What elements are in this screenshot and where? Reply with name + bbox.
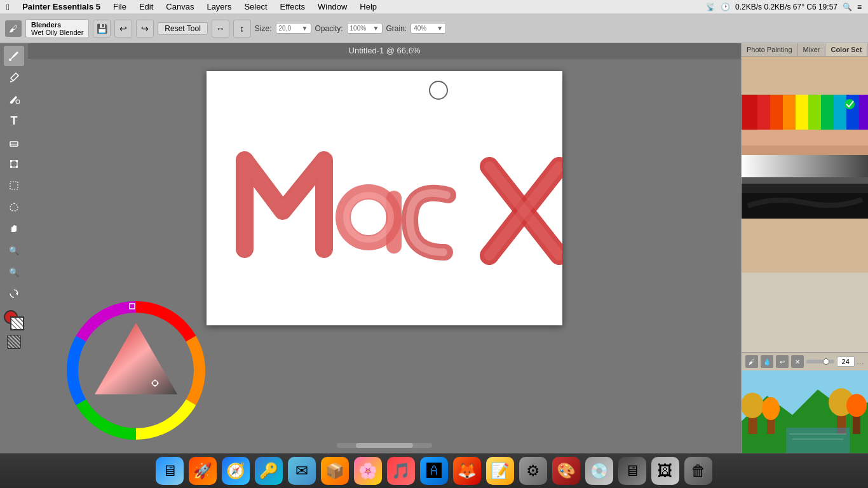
menu-edit[interactable]: Edit [133,2,159,11]
color-mixer-area [742,57,868,352]
toolbar: 🖌 Blenders Wet Oily Blender 💾 ↩ ↪ Reset … [0,14,868,43]
svg-rect-41 [742,155,868,177]
menu-layers[interactable]: Layers [200,2,238,11]
menu-help[interactable]: Help [353,2,383,11]
appstore-icon[interactable]: 🅰 [420,457,448,485]
search-icon[interactable]: 🔍 [843,3,852,11]
hand-tool-button[interactable] [4,219,24,239]
svg-rect-31 [783,95,796,130]
right-panel: Photo Painting Mixer Color Set [741,43,868,453]
scrollbar-thumb[interactable] [356,443,413,448]
menu-window[interactable]: Window [311,2,353,11]
reset-tool-button[interactable]: Reset Tool [158,22,207,35]
svg-rect-6 [10,160,12,162]
wifi-icon: 📡 [706,3,715,11]
eraser-tool-button[interactable] [4,132,24,152]
menu-icon[interactable]: ≡ [857,3,862,11]
svg-point-50 [762,397,780,420]
svg-point-38 [844,99,855,109]
svg-rect-55 [786,428,850,453]
eraser-mixer-icon[interactable]: ↩ [776,355,789,368]
main-area: T 🔍 🔍 Untitled-1 @ 66,6% [0,43,868,453]
menu-bar:  Painter Essentials 5 File Edit Canvas … [0,0,868,14]
tab-mixer[interactable]: Mixer [798,43,826,56]
trash-icon[interactable]: 🗑 [684,457,712,485]
brush-tool-button[interactable] [4,46,24,66]
svg-point-0 [9,58,11,61]
screen-icon[interactable]: 🖥 [618,457,646,485]
menu-file[interactable]: File [107,2,133,11]
fill-tool-button[interactable] [4,89,24,109]
color-swatch-display[interactable] [742,57,868,273]
launchpad-icon[interactable]: 🚀 [189,457,217,485]
forklift-icon[interactable]: 📦 [321,457,349,485]
canvas-area: Untitled-1 @ 66,6% [28,43,741,453]
svg-rect-30 [770,95,783,130]
mail-icon[interactable]: ✉ [288,457,316,485]
svg-rect-29 [757,95,770,130]
hdutil-icon[interactable]: 💿 [585,457,613,485]
mixer-value[interactable]: 24 [837,356,855,367]
text-tool-button[interactable]: T [4,111,24,131]
tab-color-set[interactable]: Color Set [825,43,867,56]
eyedropper-tool-button[interactable] [4,67,24,88]
size-label: Size: [255,24,272,33]
mirror-vertical-button[interactable]: ↕ [233,20,251,37]
canvas-document[interactable] [207,71,562,325]
pattern-tool-button[interactable] [4,332,24,352]
system-status: 📡 🕑 0.2KB/s 0.2KB/s 67° C6 19:57 🔍 ≡ [706,3,868,11]
safari-icon[interactable]: 🧭 [222,457,250,485]
tab-photo-painting[interactable]: Photo Painting [742,43,798,56]
lasso-tool-button[interactable] [4,197,24,217]
redo-button[interactable]: ↪ [136,20,154,37]
svg-rect-8 [10,166,12,168]
brush-mixer-icon[interactable]: 🖌 [745,355,758,368]
grain-label: Grain: [386,24,407,33]
transform-tool-button[interactable] [4,154,24,174]
mirror-horizontal-button[interactable]: ↔ [212,20,229,37]
rotate-tool-button[interactable] [4,283,24,304]
svg-marker-13 [95,323,177,395]
opacity-input[interactable]: 100%▼ [347,23,383,34]
svg-rect-10 [10,182,18,189]
background-color[interactable] [10,316,24,330]
finder-icon[interactable]: 🖥 [156,457,184,485]
notes-icon[interactable]: 📝 [486,457,514,485]
menu-canvas[interactable]: Canvas [159,2,200,11]
zoom-in-button[interactable]: 🔍 [4,240,24,261]
svg-marker-11 [16,292,18,295]
opacity-label: Opacity: [315,24,343,33]
color-wheel-svg[interactable] [66,301,206,440]
app-name: Painter Essentials 5 [16,2,107,11]
size-input[interactable]: 20,0▼ [276,23,311,34]
mixer-slider-thumb[interactable] [823,358,829,365]
tool-name-label: Wet Oily Blender [31,29,83,36]
1password-icon[interactable]: 🔑 [255,457,283,485]
dropper-mixer-icon[interactable]: 💧 [761,355,773,368]
color-swatches[interactable] [4,310,24,330]
music-icon[interactable]: 🎵 [387,457,415,485]
color-wheel[interactable] [66,301,206,440]
apple-menu[interactable]:  [0,2,16,12]
firefox-icon[interactable]: 🦊 [453,457,481,485]
systemprefs-icon[interactable]: ⚙ [519,457,547,485]
undo-button[interactable]: ↩ [114,20,132,37]
menu-select[interactable]: Select [238,2,273,11]
mixer-slider[interactable] [806,360,834,363]
menu-effects[interactable]: Effects [274,2,312,11]
painter-icon[interactable]: 🎨 [552,457,580,485]
clear-mixer-icon[interactable]: ✕ [791,355,804,368]
selection-tool-button[interactable] [4,175,24,196]
grain-input[interactable]: 40%▼ [410,23,446,34]
canvas-scrollbar[interactable] [337,443,432,448]
tool-name-area[interactable]: Blenders Wet Oily Blender [25,19,89,38]
svg-rect-9 [16,166,18,168]
zoom-out-button[interactable]: 🔍 [4,262,24,282]
photos2-icon[interactable]: 🖼 [651,457,679,485]
svg-rect-37 [859,95,868,130]
clock-icon: 🕑 [721,3,730,11]
mixer-slider-container [806,360,834,363]
svg-rect-40 [742,146,868,155]
photos-icon[interactable]: 🌸 [354,457,382,485]
save-button[interactable]: 💾 [93,20,111,37]
